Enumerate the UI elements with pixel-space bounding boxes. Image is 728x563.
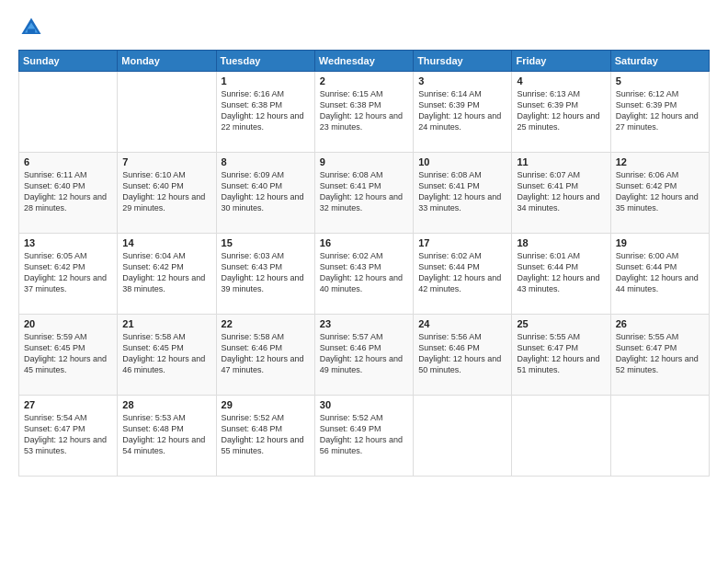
day-info: Sunrise: 5:55 AM Sunset: 6:47 PM Dayligh… <box>616 331 704 376</box>
calendar-cell: 27Sunrise: 5:54 AM Sunset: 6:47 PM Dayli… <box>19 396 118 477</box>
calendar-cell: 15Sunrise: 6:03 AM Sunset: 6:43 PM Dayli… <box>216 234 314 315</box>
day-number: 7 <box>122 156 210 167</box>
day-number: 11 <box>517 156 605 167</box>
day-number: 12 <box>616 156 704 167</box>
day-info: Sunrise: 6:07 AM Sunset: 6:41 PM Dayligh… <box>517 169 605 214</box>
day-number: 26 <box>616 318 704 329</box>
calendar-cell: 21Sunrise: 5:58 AM Sunset: 6:45 PM Dayli… <box>118 315 216 396</box>
calendar-cell: 11Sunrise: 6:07 AM Sunset: 6:41 PM Dayli… <box>512 153 610 234</box>
day-number: 14 <box>122 237 210 248</box>
day-number: 3 <box>418 75 506 86</box>
day-info: Sunrise: 5:58 AM Sunset: 6:45 PM Dayligh… <box>122 331 210 376</box>
day-info: Sunrise: 5:58 AM Sunset: 6:46 PM Dayligh… <box>222 331 310 376</box>
day-number: 28 <box>122 399 210 410</box>
calendar-cell <box>512 396 610 477</box>
calendar-cell: 29Sunrise: 5:52 AM Sunset: 6:48 PM Dayli… <box>216 396 314 477</box>
day-info: Sunrise: 6:08 AM Sunset: 6:41 PM Dayligh… <box>320 169 408 214</box>
week-row-2: 6Sunrise: 6:11 AM Sunset: 6:40 PM Daylig… <box>19 153 710 234</box>
calendar-cell: 7Sunrise: 6:10 AM Sunset: 6:40 PM Daylig… <box>118 153 216 234</box>
day-number: 15 <box>222 237 310 248</box>
week-row-5: 27Sunrise: 5:54 AM Sunset: 6:47 PM Dayli… <box>19 396 710 477</box>
day-number: 21 <box>122 318 210 329</box>
calendar-cell: 1Sunrise: 6:16 AM Sunset: 6:38 PM Daylig… <box>216 72 314 153</box>
day-number: 25 <box>517 318 605 329</box>
day-info: Sunrise: 5:52 AM Sunset: 6:48 PM Dayligh… <box>222 412 310 457</box>
day-info: Sunrise: 6:06 AM Sunset: 6:42 PM Dayligh… <box>616 169 704 214</box>
calendar-cell: 25Sunrise: 5:55 AM Sunset: 6:47 PM Dayli… <box>512 315 610 396</box>
calendar-cell: 2Sunrise: 6:15 AM Sunset: 6:38 PM Daylig… <box>314 72 413 153</box>
day-number: 27 <box>24 399 112 410</box>
day-info: Sunrise: 5:52 AM Sunset: 6:49 PM Dayligh… <box>320 412 408 457</box>
day-header-saturday: Saturday <box>610 51 709 72</box>
day-number: 30 <box>320 399 408 410</box>
day-number: 5 <box>616 75 704 86</box>
calendar-cell: 30Sunrise: 5:52 AM Sunset: 6:49 PM Dayli… <box>314 396 413 477</box>
calendar-cell: 4Sunrise: 6:13 AM Sunset: 6:39 PM Daylig… <box>512 72 610 153</box>
day-number: 16 <box>320 237 408 248</box>
day-info: Sunrise: 6:01 AM Sunset: 6:44 PM Dayligh… <box>517 250 605 295</box>
day-info: Sunrise: 6:00 AM Sunset: 6:44 PM Dayligh… <box>616 250 704 295</box>
calendar-cell <box>118 72 216 153</box>
svg-rect-2 <box>28 29 35 34</box>
calendar-cell: 9Sunrise: 6:08 AM Sunset: 6:41 PM Daylig… <box>314 153 413 234</box>
day-info: Sunrise: 6:16 AM Sunset: 6:38 PM Dayligh… <box>222 88 310 133</box>
day-number: 19 <box>616 237 704 248</box>
day-info: Sunrise: 6:09 AM Sunset: 6:40 PM Dayligh… <box>222 169 310 214</box>
calendar-cell <box>414 396 512 477</box>
day-number: 2 <box>320 75 408 86</box>
day-number: 9 <box>320 156 408 167</box>
day-header-friday: Friday <box>512 51 610 72</box>
calendar-cell: 12Sunrise: 6:06 AM Sunset: 6:42 PM Dayli… <box>610 153 709 234</box>
day-info: Sunrise: 5:56 AM Sunset: 6:46 PM Dayligh… <box>418 331 506 376</box>
day-number: 1 <box>222 75 310 86</box>
day-number: 10 <box>418 156 506 167</box>
day-info: Sunrise: 5:53 AM Sunset: 6:48 PM Dayligh… <box>122 412 210 457</box>
day-info: Sunrise: 6:04 AM Sunset: 6:42 PM Dayligh… <box>122 250 210 295</box>
day-number: 13 <box>24 237 112 248</box>
calendar-cell: 3Sunrise: 6:14 AM Sunset: 6:39 PM Daylig… <box>414 72 512 153</box>
logo-icon <box>18 15 44 40</box>
calendar-cell: 5Sunrise: 6:12 AM Sunset: 6:39 PM Daylig… <box>610 72 709 153</box>
calendar-table: SundayMondayTuesdayWednesdayThursdayFrid… <box>18 50 710 477</box>
day-number: 29 <box>222 399 310 410</box>
week-row-1: 1Sunrise: 6:16 AM Sunset: 6:38 PM Daylig… <box>19 72 710 153</box>
calendar-cell: 10Sunrise: 6:08 AM Sunset: 6:41 PM Dayli… <box>414 153 512 234</box>
day-header-monday: Monday <box>118 51 216 72</box>
day-number: 23 <box>320 318 408 329</box>
day-number: 17 <box>418 237 506 248</box>
day-info: Sunrise: 6:13 AM Sunset: 6:39 PM Dayligh… <box>517 88 605 133</box>
day-header-sunday: Sunday <box>19 51 118 72</box>
day-info: Sunrise: 5:59 AM Sunset: 6:45 PM Dayligh… <box>24 331 112 376</box>
day-number: 4 <box>517 75 605 86</box>
day-number: 18 <box>517 237 605 248</box>
day-info: Sunrise: 6:10 AM Sunset: 6:40 PM Dayligh… <box>122 169 210 214</box>
day-info: Sunrise: 6:03 AM Sunset: 6:43 PM Dayligh… <box>222 250 310 295</box>
calendar-cell <box>19 72 118 153</box>
day-header-wednesday: Wednesday <box>314 51 413 72</box>
calendar-cell: 18Sunrise: 6:01 AM Sunset: 6:44 PM Dayli… <box>512 234 610 315</box>
calendar-cell <box>610 396 709 477</box>
calendar-cell: 28Sunrise: 5:53 AM Sunset: 6:48 PM Dayli… <box>118 396 216 477</box>
calendar-cell: 24Sunrise: 5:56 AM Sunset: 6:46 PM Dayli… <box>414 315 512 396</box>
calendar-cell: 26Sunrise: 5:55 AM Sunset: 6:47 PM Dayli… <box>610 315 709 396</box>
calendar-cell: 17Sunrise: 6:02 AM Sunset: 6:44 PM Dayli… <box>414 234 512 315</box>
calendar-cell: 14Sunrise: 6:04 AM Sunset: 6:42 PM Dayli… <box>118 234 216 315</box>
day-info: Sunrise: 6:02 AM Sunset: 6:44 PM Dayligh… <box>418 250 506 295</box>
calendar-cell: 20Sunrise: 5:59 AM Sunset: 6:45 PM Dayli… <box>19 315 118 396</box>
calendar-cell: 13Sunrise: 6:05 AM Sunset: 6:42 PM Dayli… <box>19 234 118 315</box>
week-row-3: 13Sunrise: 6:05 AM Sunset: 6:42 PM Dayli… <box>19 234 710 315</box>
day-info: Sunrise: 6:08 AM Sunset: 6:41 PM Dayligh… <box>418 169 506 214</box>
page: SundayMondayTuesdayWednesdayThursdayFrid… <box>0 0 728 563</box>
day-info: Sunrise: 6:11 AM Sunset: 6:40 PM Dayligh… <box>24 169 112 214</box>
calendar-cell: 22Sunrise: 5:58 AM Sunset: 6:46 PM Dayli… <box>216 315 314 396</box>
day-info: Sunrise: 6:15 AM Sunset: 6:38 PM Dayligh… <box>320 88 408 133</box>
header-row: SundayMondayTuesdayWednesdayThursdayFrid… <box>19 51 710 72</box>
day-number: 24 <box>418 318 506 329</box>
calendar-cell: 8Sunrise: 6:09 AM Sunset: 6:40 PM Daylig… <box>216 153 314 234</box>
day-number: 20 <box>24 318 112 329</box>
calendar-cell: 6Sunrise: 6:11 AM Sunset: 6:40 PM Daylig… <box>19 153 118 234</box>
day-info: Sunrise: 6:05 AM Sunset: 6:42 PM Dayligh… <box>24 250 112 295</box>
day-info: Sunrise: 6:02 AM Sunset: 6:43 PM Dayligh… <box>320 250 408 295</box>
day-header-thursday: Thursday <box>414 51 512 72</box>
calendar-cell: 23Sunrise: 5:57 AM Sunset: 6:46 PM Dayli… <box>314 315 413 396</box>
